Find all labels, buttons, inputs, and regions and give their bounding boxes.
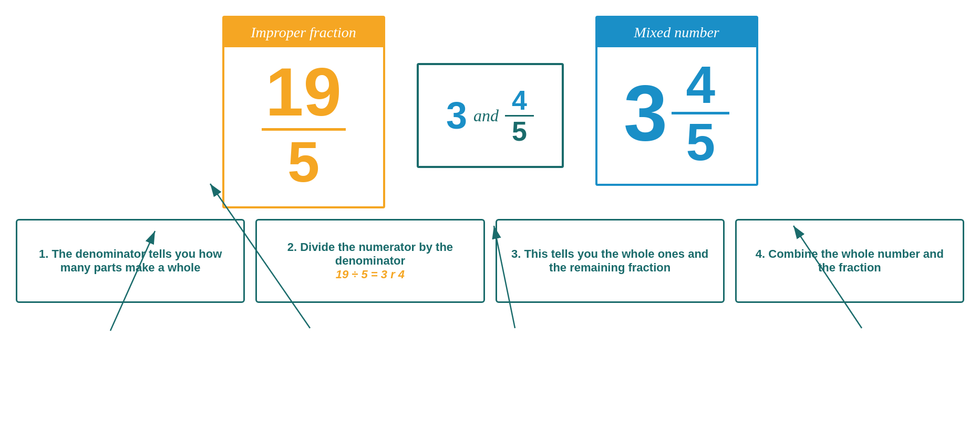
mixed-number-card: Mixed number 3 4 5 [595,16,758,186]
middle-expression-box: 3 and 4 5 [417,63,564,168]
explain-box-3-text: 3. This tells you the whole ones and the… [507,247,714,275]
mixed-card-header: Mixed number [597,18,756,47]
improper-card-body: 19 5 [224,47,383,206]
main-container: Improper fraction 19 5 3 and 4 5 [0,0,980,441]
middle-whole-number: 3 [446,94,467,137]
improper-numerator: 19 [265,58,342,126]
middle-fraction: 4 5 [505,87,534,145]
explain-box-4-text: 4. Combine the whole number and the frac… [746,247,953,275]
explain-box-2: 2. Divide the numerator by the denominat… [255,219,484,303]
explain-box-3: 3. This tells you the whole ones and the… [496,219,725,303]
mixed-fraction-part: 4 5 [672,58,729,168]
explain-box-2-text: 2. Divide the numerator by the denominat… [266,240,473,268]
improper-denominator: 5 [287,133,319,191]
middle-box-content: 3 and 4 5 [436,76,544,155]
middle-fraction-numerator: 4 [512,87,527,114]
middle-and-text: and [473,106,499,125]
explain-box-1-text: 1. The denominator tells you how many pa… [27,247,234,275]
mixed-card-body: 3 4 5 [597,47,756,184]
improper-card-header: Improper fraction [224,18,383,47]
explain-box-4: 4. Combine the whole number and the frac… [735,219,964,303]
mixed-fraction-numerator: 4 [686,58,715,111]
bottom-boxes-row: 1. The denominator tells you how many pa… [0,219,980,303]
explain-box-1: 1. The denominator tells you how many pa… [16,219,245,303]
middle-fraction-denominator: 5 [512,118,527,145]
explain-box-2-content: 2. Divide the numerator by the denominat… [266,240,473,281]
explain-box-2-equation: 19 ÷ 5 = 3 r 4 [266,268,473,281]
mixed-number-display: 3 4 5 [624,58,729,168]
mixed-fraction-denominator: 5 [686,116,715,168]
cards-row: Improper fraction 19 5 3 and 4 5 [0,16,980,208]
improper-fraction-card: Improper fraction 19 5 [222,16,385,208]
mixed-whole-number: 3 [624,74,667,152]
improper-fraction-display: 19 5 [262,58,346,191]
